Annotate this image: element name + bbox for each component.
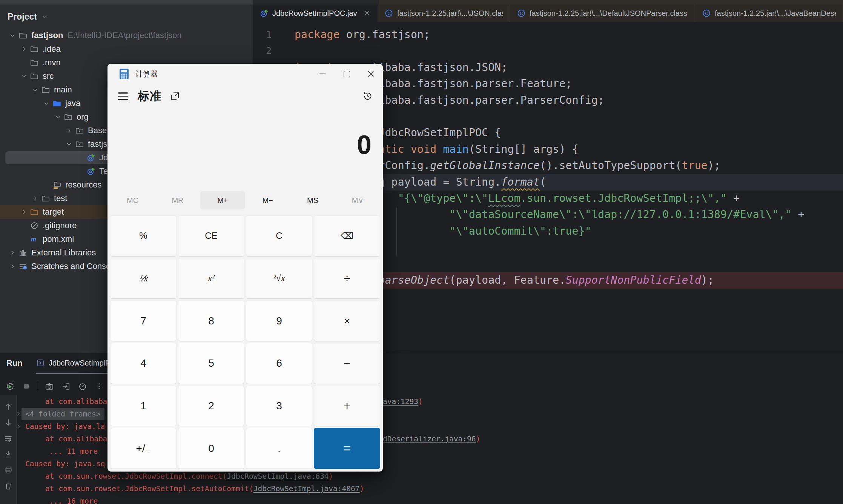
code-line[interactable]: 1package org.fastjson; <box>253 26 843 43</box>
code-line[interactable]: 2 <box>253 43 843 59</box>
keep-on-top-icon[interactable] <box>170 91 180 101</box>
import-icon[interactable] <box>61 381 71 392</box>
console-line: at com.sun.rowset.JdbcRowSetImpl.setAuto… <box>0 482 843 495</box>
tree-spacer <box>18 234 29 244</box>
fold-arrow-icon[interactable] <box>15 410 22 417</box>
folder-resources-icon <box>52 180 62 190</box>
memory-button-m[interactable]: M∨ <box>335 191 380 209</box>
stack-trace-link[interactable]: JdbcRowSetImpl.java:634 <box>227 472 329 481</box>
calc-key-item[interactable]: % <box>110 215 177 257</box>
calc-key-item[interactable]: ÷ <box>314 258 380 299</box>
stack-trace-link[interactable]: dDeserializer.java:96 <box>383 435 476 443</box>
tree-item-label: External Libraries <box>31 248 96 258</box>
history-icon[interactable] <box>362 91 373 101</box>
tree-item-label: pom.xml <box>43 234 74 244</box>
stack-trace-link[interactable]: JdbcRowSetImpl.java:4067 <box>253 484 360 493</box>
stop-icon[interactable] <box>21 381 32 392</box>
package-icon <box>75 126 84 135</box>
chevron-down-icon[interactable] <box>7 31 18 40</box>
console-text: ) <box>360 484 364 493</box>
close-button[interactable] <box>359 64 383 84</box>
gauge-icon[interactable] <box>77 381 88 392</box>
calc-key-0[interactable]: 0 <box>178 428 244 469</box>
console-text: ) <box>329 472 333 481</box>
console-fragment: Caused by: java.sq <box>25 458 105 470</box>
chevron-down-icon[interactable] <box>52 112 63 122</box>
calc-key-4[interactable]: 4 <box>110 343 177 384</box>
calc-key-7[interactable]: 7 <box>110 300 177 341</box>
chevron-down-icon[interactable] <box>41 98 52 108</box>
project-panel-header[interactable]: Project <box>8 10 53 23</box>
console-fragment: at com.alibaba <box>45 395 107 408</box>
package-icon <box>75 139 84 149</box>
calc-key-item[interactable]: = <box>314 428 380 469</box>
chevron-down-icon[interactable] <box>18 71 29 81</box>
maximize-button[interactable] <box>335 64 359 84</box>
camera-icon[interactable] <box>44 381 55 392</box>
chevron-right-icon[interactable] <box>63 126 75 135</box>
libraries-icon <box>18 248 28 258</box>
console-text: ) <box>418 397 423 406</box>
calculator-titlebar[interactable]: 计算器 <box>107 64 383 84</box>
folder-java-icon <box>52 98 62 108</box>
chevron-right-icon[interactable] <box>18 207 29 217</box>
chevron-down-icon[interactable] <box>29 85 41 95</box>
chevron-right-icon[interactable] <box>29 194 41 203</box>
calc-key-8[interactable]: 8 <box>178 300 244 341</box>
console-fragment: at com.alibaba <box>45 433 107 445</box>
calc-key-item[interactable]: − <box>314 343 380 384</box>
calc-key-item[interactable]: × <box>314 300 380 341</box>
chevron-right-icon[interactable] <box>7 261 18 271</box>
console-line: ... 16 more <box>0 495 843 504</box>
memory-button-m[interactable]: M+ <box>200 191 245 209</box>
calc-key-x[interactable]: ⅟x <box>110 258 177 299</box>
calc-key-6[interactable]: 6 <box>246 343 312 384</box>
chevron-down-icon[interactable] <box>63 139 75 149</box>
calc-key-ce[interactable]: CE <box>178 215 244 257</box>
memory-button-ms[interactable]: MS <box>290 191 335 209</box>
console-text: at com.alibaba <box>45 397 107 406</box>
stack-trace-link[interactable]: ava:1293 <box>383 397 418 406</box>
kebab-icon[interactable] <box>94 381 104 392</box>
tab-close-icon[interactable] <box>363 9 371 17</box>
console-fragment: at com.sun.rowset.JdbcRowSetImpl.connect… <box>45 470 333 482</box>
editor-tab-json-class[interactable]: Cfastjson-1.2.25.jar!\...\JSON.class <box>378 5 510 22</box>
calc-key-2[interactable]: 2 <box>178 386 244 427</box>
menu-icon[interactable] <box>118 92 128 100</box>
calc-key-3[interactable]: 3 <box>246 386 312 427</box>
calc-key-x[interactable]: x² <box>178 258 244 299</box>
memory-button-mr[interactable]: MR <box>155 191 200 209</box>
minimize-button[interactable] <box>310 64 335 84</box>
console-fragment: ... 16 more <box>49 495 98 504</box>
console-fragment: ... 11 more <box>49 445 98 458</box>
console-text: Caused by: java.sq <box>25 459 105 468</box>
console-fragment: at com.sun.rowset.JdbcRowSetImpl.setAuto… <box>45 482 364 495</box>
tab-label: JdbcRowSetImplPOC.java <box>272 9 357 18</box>
editor-tab-jdbcrowsetimplpoc-java[interactable]: JdbcRowSetImplPOC.java <box>253 5 378 22</box>
fold-arrow-icon[interactable] <box>15 423 22 430</box>
calc-key-item[interactable]: + <box>314 386 380 427</box>
tree-item-label: fastjson <box>31 31 63 40</box>
tree-row-idea[interactable]: .idea <box>0 42 253 56</box>
memory-button-mc[interactable]: MC <box>110 191 155 209</box>
tree-row-fastjson[interactable]: fastjsonE:\IntelliJ-IDEA\project\fastjso… <box>0 29 253 42</box>
editor-tab-javabeandeseria[interactable]: Cfastjson-1.2.25.jar!\...\JavaBeanDeseri… <box>695 5 843 22</box>
editor-tab-defaultjsonparser-class[interactable]: Cfastjson-1.2.25.jar!\...\DefaultJSONPar… <box>510 5 695 22</box>
calc-key-item[interactable]: ⌫ <box>314 215 380 257</box>
chevron-right-icon[interactable] <box>18 44 29 54</box>
calc-key-1[interactable]: 1 <box>110 386 177 427</box>
svg-text:C: C <box>387 11 391 16</box>
console-fragment: <4 folded frames> <box>21 408 104 420</box>
calc-key-5[interactable]: 5 <box>178 343 244 384</box>
calc-key-item[interactable]: . <box>246 428 312 469</box>
calc-key-x[interactable]: ²√x <box>246 258 312 299</box>
rerun-icon[interactable] <box>5 381 15 392</box>
chevron-right-icon[interactable] <box>7 248 18 258</box>
chevron-down-icon <box>40 12 50 22</box>
calc-key-9[interactable]: 9 <box>246 300 312 341</box>
calc-key-c[interactable]: C <box>246 215 312 257</box>
memory-button-m[interactable]: M− <box>245 191 290 209</box>
class-icon: C <box>702 9 711 18</box>
tree-item-label: .gitignore <box>43 221 77 230</box>
calc-key-item[interactable]: +/₋ <box>110 428 177 469</box>
